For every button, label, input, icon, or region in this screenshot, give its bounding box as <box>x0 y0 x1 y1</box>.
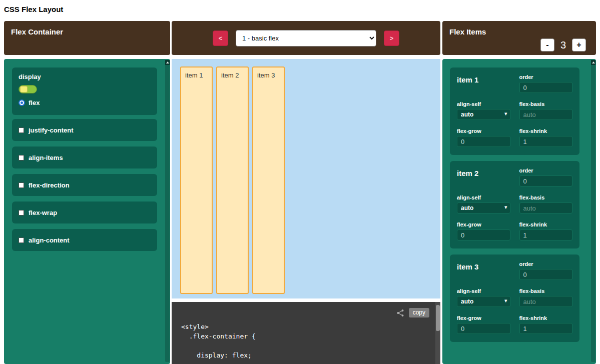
flex-shrink-field: flex-shrink <box>519 315 573 336</box>
order-input[interactable] <box>519 176 573 186</box>
flex-grow-field: flex-grow <box>457 315 510 336</box>
flex-container-panel-header: Flex Container <box>4 21 170 55</box>
flex-shrink-input[interactable] <box>519 136 573 147</box>
checkbox-icon[interactable] <box>19 238 24 243</box>
flex-basis-input[interactable] <box>519 296 573 307</box>
scroll-up-icon[interactable] <box>591 60 595 65</box>
display-group: display flex <box>12 68 157 115</box>
align-self-select-wrap: auto ▾ <box>457 109 510 120</box>
option-flex-direction[interactable]: flex-direction <box>12 174 157 196</box>
toggle-knob <box>20 86 28 92</box>
item-count-controls: - 3 + <box>540 38 586 52</box>
flex-radio-row: flex <box>19 99 151 106</box>
align-self-field: align-self auto ▾ <box>457 101 510 122</box>
flex-shrink-input[interactable] <box>519 230 573 240</box>
checkbox-icon[interactable] <box>19 210 24 216</box>
flex-basis-input[interactable] <box>519 202 573 214</box>
code-line: .flex-container { <box>181 332 256 341</box>
code-panel: copy <style> .flex-container { display: … <box>172 302 440 364</box>
option-label: justify-content <box>29 126 74 134</box>
option-label: align-items <box>29 154 63 162</box>
right-panel-scrollbar[interactable] <box>591 60 595 362</box>
flex-basis-input[interactable] <box>519 109 573 120</box>
flex-grow-field: flex-grow <box>457 128 510 148</box>
preview-item: item 3 <box>252 66 285 294</box>
option-label: flex-wrap <box>29 209 57 216</box>
flex-preview-area: item 1 item 2 item 3 <box>172 59 440 298</box>
flex-shrink-field: flex-shrink <box>519 128 573 148</box>
next-example-button[interactable]: > <box>384 30 399 46</box>
flex-grow-label: flex-grow <box>457 128 510 134</box>
example-nav-header: < 1 - basic flex > <box>172 21 440 55</box>
css-flex-layout-app: CSS Flex Layout Flex Container < 1 - bas… <box>0 0 600 364</box>
order-input[interactable] <box>519 269 573 280</box>
checkbox-icon[interactable] <box>19 182 24 188</box>
remove-item-button[interactable]: - <box>540 38 554 52</box>
order-label: order <box>519 74 573 80</box>
checkbox-icon[interactable] <box>19 155 24 160</box>
copy-button[interactable]: copy <box>409 308 429 318</box>
preview-item: item 2 <box>216 66 249 294</box>
align-self-select[interactable]: auto <box>457 202 510 214</box>
flex-shrink-field: flex-shrink <box>519 222 573 242</box>
flex-shrink-label: flex-shrink <box>519 128 573 134</box>
code-line <box>181 341 256 350</box>
flex-radio[interactable] <box>19 100 25 106</box>
flex-item-card: item 2 order align-self auto ▾ flex-basi… <box>450 161 579 248</box>
option-justify-content[interactable]: justify-content <box>12 119 157 141</box>
code-line: display: flex; <box>181 350 256 360</box>
add-item-button[interactable]: + <box>572 38 586 52</box>
flex-container-panel: display flex justify-content align-items… <box>4 59 170 364</box>
left-panel-scrollbar[interactable] <box>165 60 170 362</box>
flex-basis-label: flex-basis <box>519 288 573 294</box>
flex-container-title: Flex Container <box>11 28 63 36</box>
code-scroll-thumb[interactable] <box>436 305 440 331</box>
align-self-label: align-self <box>457 194 510 200</box>
flex-grow-input[interactable] <box>457 323 510 334</box>
item-name: item 1 <box>457 76 510 94</box>
scroll-up-icon[interactable] <box>165 60 170 65</box>
order-input[interactable] <box>519 82 573 93</box>
flex-grow-label: flex-grow <box>457 315 510 321</box>
radio-dot-icon <box>21 102 23 104</box>
flex-shrink-label: flex-shrink <box>519 222 573 228</box>
order-field: order <box>519 74 573 94</box>
flex-basis-label: flex-basis <box>519 101 573 107</box>
code-toolbar: copy <box>396 308 429 318</box>
example-select[interactable]: 1 - basic flex <box>236 30 376 46</box>
page-title: CSS Flex Layout <box>4 5 63 14</box>
item-name: item 3 <box>457 262 510 282</box>
option-label: align-content <box>29 236 70 244</box>
option-label: flex-direction <box>29 182 70 189</box>
option-align-content[interactable]: align-content <box>12 229 157 251</box>
order-label: order <box>519 168 573 174</box>
align-self-select[interactable]: auto <box>457 296 510 307</box>
flex-item-card: item 3 order align-self auto ▾ flex-basi… <box>450 254 579 342</box>
flex-grow-input[interactable] <box>457 136 510 147</box>
prev-example-button[interactable]: < <box>213 30 228 46</box>
code-scrollbar[interactable] <box>435 302 440 364</box>
display-label: display <box>19 73 151 80</box>
preview-item: item 1 <box>180 66 213 294</box>
option-align-items[interactable]: align-items <box>12 146 157 168</box>
share-icon[interactable] <box>396 309 404 317</box>
align-self-label: align-self <box>457 288 510 294</box>
flex-items-panel-header: Flex Items - 3 + <box>442 21 596 55</box>
flex-radio-label: flex <box>29 99 40 106</box>
align-self-select[interactable]: auto <box>457 109 510 120</box>
flex-grow-field: flex-grow <box>457 222 510 242</box>
flex-basis-field: flex-basis <box>519 288 573 308</box>
flex-items-title: Flex Items <box>449 28 486 36</box>
flex-shrink-input[interactable] <box>519 323 573 334</box>
flex-grow-input[interactable] <box>457 230 510 240</box>
order-field: order <box>519 168 573 188</box>
item-name: item 2 <box>457 169 510 188</box>
align-self-field: align-self auto ▾ <box>457 288 510 308</box>
option-flex-wrap[interactable]: flex-wrap <box>12 202 157 224</box>
order-field: order <box>519 261 573 282</box>
flex-shrink-label: flex-shrink <box>519 315 573 321</box>
item-count: 3 <box>560 40 566 51</box>
checkbox-icon[interactable] <box>19 128 24 133</box>
display-toggle[interactable] <box>19 85 37 94</box>
flex-basis-label: flex-basis <box>519 194 573 200</box>
